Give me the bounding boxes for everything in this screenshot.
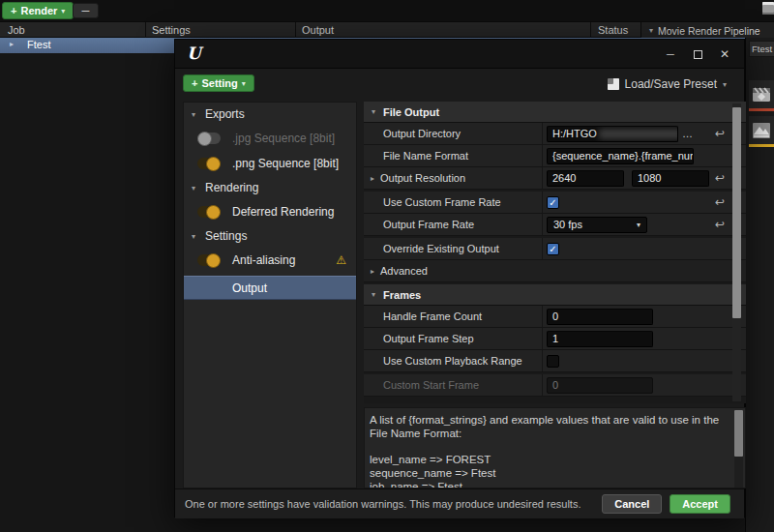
row-use-custom-playback-range: Use Custom Playback Range — [364, 350, 746, 372]
details-panel-strip: Ftest — [745, 38, 774, 532]
column-status[interactable]: Status — [598, 24, 628, 36]
section-frames[interactable]: ▾ Frames — [364, 284, 746, 306]
column-settings[interactable]: Settings — [152, 24, 191, 36]
output-frame-step-value: 1 — [552, 333, 558, 344]
toggle-off-icon[interactable] — [197, 133, 221, 144]
custom-start-frame-input[interactable]: 0 — [547, 377, 653, 394]
queue-toolbar: + Render ▾ ─ — [0, 0, 774, 21]
chevron-down-icon: ▾ — [372, 107, 375, 116]
plus-icon: + — [11, 5, 16, 16]
minus-icon: ─ — [82, 5, 90, 16]
expander-closed-icon[interactable]: ▸ — [371, 174, 374, 183]
format-string-line: level_name => FOREST — [370, 453, 728, 466]
job-name: Ftest — [27, 39, 50, 50]
validation-warning-text: One or more settings have validation war… — [185, 498, 580, 510]
file-name-format-input[interactable]: {sequence_name}.{frame_number} — [547, 148, 694, 164]
item-label: Output — [232, 281, 267, 295]
file-name-format-label: File Name Format — [364, 145, 543, 166]
panel-layout-icon[interactable] — [762, 2, 774, 15]
chevron-down-icon: ▾ — [637, 221, 640, 229]
row-output-resolution: ▸ Output Resolution 2640 1080 ↩ — [364, 167, 746, 190]
resolution-height-input[interactable]: 1080 — [632, 170, 709, 187]
sidebar-category-rendering[interactable]: ▾ Rendering — [184, 176, 356, 199]
row-advanced[interactable]: ▸ Advanced — [364, 260, 746, 282]
toggle-on-icon[interactable] — [197, 206, 221, 218]
movie-render-queue-window: + Render ▾ ─ Job Settings Output Status … — [0, 0, 774, 532]
output-directory-input[interactable]: H:/HTGO — [547, 126, 678, 142]
redacted-text — [599, 129, 678, 139]
sidebar-item-png-sequence[interactable]: .png Sequence [8bit] — [184, 151, 356, 176]
toggle-on-icon[interactable] — [197, 254, 221, 266]
section-title: File Output — [383, 106, 439, 118]
render-settings-icon[interactable] — [749, 80, 774, 111]
image-mountain-icon — [752, 121, 771, 140]
section-file-output[interactable]: ▾ File Output — [364, 102, 746, 123]
reset-to-default-icon[interactable]: ↩ — [715, 171, 725, 185]
unreal-logo-icon: U — [187, 44, 201, 63]
resolution-width-input[interactable]: 2640 — [547, 170, 624, 187]
use-custom-playback-range-checkbox[interactable] — [547, 355, 559, 368]
remove-job-button[interactable]: ─ — [73, 3, 99, 18]
row-custom-start-frame: Custom Start Frame 0 — [364, 374, 746, 397]
render-button[interactable]: + Render ▾ — [2, 2, 74, 19]
expand-arrow-icon[interactable]: ▸ — [10, 40, 14, 48]
category-label: Settings — [205, 229, 247, 243]
category-label: Rendering — [205, 181, 258, 194]
frame-rate-value: 30 fps — [553, 219, 582, 230]
description-scrollbar[interactable] — [734, 410, 743, 488]
add-setting-button[interactable]: + Setting ▾ — [183, 74, 254, 92]
movie-render-pipeline-header[interactable]: ▾ Movie Render Pipeline — [640, 22, 774, 39]
reset-to-default-icon[interactable]: ↩ — [715, 218, 725, 231]
format-string-line: job_name => Ftest — [370, 480, 728, 488]
column-output[interactable]: Output — [302, 24, 334, 36]
advanced-label: Advanced — [380, 265, 428, 277]
sidebar-category-exports[interactable]: ▾ Exports — [184, 103, 356, 126]
maximize-button[interactable] — [690, 46, 705, 62]
override-existing-output-checkbox[interactable]: ✓ — [547, 243, 559, 255]
cancel-button[interactable]: Cancel — [602, 494, 662, 514]
chevron-down-icon: ▾ — [192, 232, 195, 241]
row-output-frame-rate: Output Frame Rate 30 fps ▾ ↩ — [364, 214, 746, 236]
output-frame-step-label: Output Frame Step — [364, 328, 543, 349]
output-settings-icon[interactable] — [749, 116, 774, 147]
reset-to-default-icon[interactable]: ↩ — [715, 195, 725, 209]
sidebar-item-deferred-rendering[interactable]: Deferred Rendering — [184, 199, 356, 224]
sidebar-item-output[interactable]: Output — [184, 276, 356, 300]
chevron-down-icon: ▾ — [242, 79, 246, 88]
output-directory-value: H:/HTGO — [552, 128, 597, 139]
queue-column-headers: Job Settings Output Status ▾ Movie Rende… — [0, 21, 774, 38]
column-divider — [295, 22, 296, 39]
output-frame-rate-select[interactable]: 30 fps ▾ — [547, 217, 647, 233]
cancel-button-label: Cancel — [614, 498, 649, 510]
scrollbar-thumb[interactable] — [734, 410, 743, 457]
toggle-on-icon[interactable] — [197, 158, 221, 169]
load-save-preset-button[interactable]: Load/Save Preset ▾ — [608, 77, 727, 91]
check-icon: ✓ — [549, 197, 556, 208]
item-label: Anti-aliasing — [232, 253, 295, 267]
properties-scrollbar[interactable] — [732, 103, 741, 401]
reset-to-default-icon[interactable]: ↩ — [715, 127, 725, 140]
sidebar-item-jpg-sequence[interactable]: .jpg Sequence [8bit] — [184, 126, 356, 151]
item-label: Deferred Rendering — [232, 205, 334, 219]
expander-closed-icon[interactable]: ▸ — [371, 267, 374, 276]
handle-frame-count-input[interactable]: 0 — [547, 309, 653, 325]
accept-button[interactable]: Accept — [670, 494, 730, 514]
output-frame-step-input[interactable]: 1 — [547, 331, 653, 347]
minimize-button[interactable]: ─ — [663, 46, 678, 62]
chevron-down-icon: ▾ — [723, 80, 727, 89]
sidebar-item-anti-aliasing[interactable]: Anti-aliasing ⚠ — [184, 248, 356, 273]
sidebar-category-settings[interactable]: ▾ Settings — [184, 224, 356, 248]
chevron-down-icon: ▾ — [192, 184, 195, 192]
item-label: .jpg Sequence [8bit] — [232, 132, 335, 145]
column-job[interactable]: Job — [8, 24, 25, 36]
close-button[interactable]: ✕ — [717, 46, 732, 62]
browse-button[interactable]: … — [682, 128, 694, 139]
use-custom-frame-rate-checkbox[interactable]: ✓ — [547, 196, 559, 209]
details-tab-ftest[interactable]: Ftest — [749, 41, 774, 57]
dialog-toolbar: + Setting ▾ Load/Save Preset ▾ — [175, 69, 744, 102]
dialog-titlebar[interactable]: U ─ ✕ — [175, 40, 744, 69]
scrollbar-thumb[interactable] — [732, 107, 741, 318]
format-strings-description: A list of {format_strings} and example v… — [364, 407, 746, 488]
render-button-label: Render — [20, 5, 57, 16]
output-directory-label: Output Directory — [364, 123, 543, 144]
